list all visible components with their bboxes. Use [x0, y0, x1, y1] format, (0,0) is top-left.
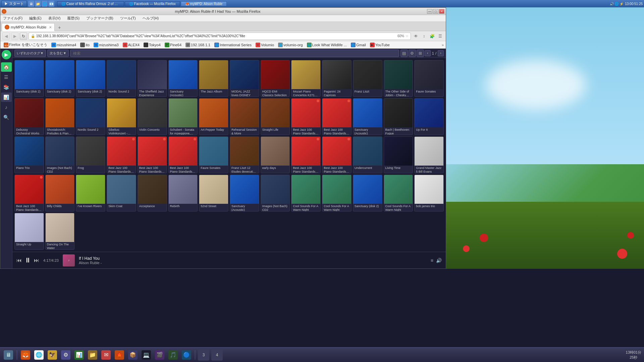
album-item[interactable]: Cool Sounds For A Warm Night [291, 175, 321, 212]
sidebar-item-charts[interactable]: 📊 [1, 93, 12, 102]
album-item[interactable]: Nordic Sound 2 [107, 60, 136, 97]
album-item[interactable]: I've Known Rivers [76, 175, 105, 212]
album-item[interactable]: Faure Sonates [414, 60, 444, 97]
next-page-button[interactable]: › [438, 50, 444, 56]
album-item[interactable]: The Other Side of Jobim - Chesky 1992 [384, 60, 413, 97]
bm-volumio-org[interactable]: 🌐 volumio-org [277, 42, 304, 48]
bm-pine64[interactable]: P Pine64 [163, 42, 183, 48]
sidebar-item-browse[interactable]: 📚 [1, 82, 12, 92]
album-item[interactable]: The Sheffield Jazz Experience [138, 60, 167, 97]
menu-edit[interactable]: 編集(E) [28, 15, 43, 21]
album-item[interactable]: 52nd Street [199, 175, 228, 212]
taskbar-app9-icon[interactable]: 📦 [127, 349, 139, 361]
taskbar-files-icon[interactable]: 📁 [87, 349, 98, 361]
album-item[interactable]: Best Jazz 100 Piano Standards Disc3_Cine… [138, 136, 167, 173]
start-button[interactable]: ▶ スタート [1, 1, 27, 7]
taskbar-terminal-icon[interactable]: 💻 [141, 349, 152, 361]
album-item[interactable]: Images (Not Bach) CD2 [45, 136, 75, 173]
active-tab[interactable]: myMPD: Alison Ruble ✕ [2, 23, 55, 31]
menu-history[interactable]: 履歴(S) [66, 15, 81, 21]
album-item[interactable]: Schubert - Sonata for Arpeggione, Schuma… [168, 98, 198, 135]
album-item[interactable]: Undercurrent [353, 136, 382, 173]
album-item[interactable]: Sanctuary (disk 2) [14, 60, 44, 97]
taskbar-num2-icon[interactable]: 4 [211, 349, 223, 361]
album-item[interactable]: Debussy Orchestral Works [14, 98, 44, 135]
taskbar-firefox-icon[interactable]: 🦊 [20, 349, 31, 361]
taskbar-leaf-icon[interactable]: 🍁 [114, 349, 125, 361]
star-icon[interactable]: ☆ [406, 34, 409, 38]
album-item[interactable]: Sanctuary (disk 2) [353, 175, 382, 212]
taskbar-settings-icon[interactable]: ⚙ [60, 349, 71, 361]
bookmarks-overflow[interactable]: » [442, 43, 444, 47]
album-item[interactable]: Straight Life [261, 98, 290, 135]
taskbar-video-icon[interactable]: 🎬 [154, 349, 165, 361]
album-item[interactable]: Bach | Beethoven: Fugue [384, 98, 413, 135]
new-tab-button[interactable]: + [56, 24, 63, 31]
menu-bookmarks[interactable]: ブックマーク(B) [85, 15, 115, 21]
settings-icon[interactable]: ⚙ [409, 50, 416, 57]
album-item[interactable]: Rebirth [168, 175, 198, 212]
album-item[interactable]: Paganini: 24 Caprices [322, 60, 352, 97]
album-item[interactable]: Living Time [384, 136, 413, 173]
prev-page-button[interactable]: ‹ [425, 50, 431, 56]
bm-mizushima4[interactable]: m mizushima4 [50, 42, 78, 48]
album-item[interactable]: Shostakovich: Preludes & Piano Sonatas [45, 98, 75, 135]
menu-view[interactable]: 表示(V) [47, 15, 62, 21]
album-item[interactable]: Grand Master Jazz 5 Bill Evans [414, 136, 444, 173]
album-item[interactable]: Up For It [414, 98, 444, 135]
bm-alex4[interactable]: A ALEX4 [121, 42, 141, 48]
album-item[interactable]: Best Jazz 100 Piano Standards Disc2_Rela… [291, 136, 321, 173]
quick-icon-3[interactable]: 🌐 [42, 1, 48, 7]
sidebar-item-search[interactable]: 🔍 [1, 113, 12, 122]
album-item[interactable]: Best Jazz 100 Piano Standards Disc3_Cine… [322, 136, 352, 173]
album-item[interactable]: Sanctuary (disk 2) [45, 60, 75, 97]
album-item[interactable]: Piano Trio [14, 136, 44, 173]
album-item[interactable]: Billy Childs [45, 175, 75, 212]
bm-mizushima3[interactable]: m mizushima3 [92, 42, 120, 48]
album-item[interactable]: HQCD EMI Classics Selection [261, 60, 290, 97]
hamburger-menu[interactable]: ☰ [436, 33, 444, 40]
bm-gmail[interactable]: 🌐 Gmail [350, 42, 367, 48]
tag-filter-button[interactable]: いずれかのタグ▼ [14, 50, 46, 57]
quick-icon-4[interactable]: 📧 [48, 1, 54, 7]
taskbar-window-mympd[interactable]: 🦊 myMPD: Alison Ruble [181, 1, 227, 6]
contains-filter-button[interactable]: 次を含む▼ [47, 50, 69, 57]
sidebar-item-queue[interactable]: ☰ [1, 72, 12, 82]
bm-ito[interactable]: i ito [79, 42, 91, 48]
equalizer-icon[interactable]: ≡ [431, 258, 433, 263]
bm-local-ip[interactable]: @ 192.168.1.1 [184, 42, 212, 48]
taskbar-window-facebook[interactable]: 🌐 Facebook — Mozilla Firefox [125, 1, 180, 6]
view-toggle-icon[interactable]: ▤ [400, 50, 408, 57]
album-item[interactable]: Images (Not Bach) CD2 [261, 175, 290, 212]
album-item[interactable]: Acceptance [138, 175, 167, 212]
album-item[interactable]: Sanctuary (Acoustic) [353, 98, 382, 135]
album-item[interactable]: Art Pepper Today [199, 98, 228, 135]
album-item[interactable]: Sibelius: Violinkonzert - Serenaden - Hu… [107, 98, 136, 135]
taskbar-desktop-icon[interactable]: 🖥 [3, 349, 14, 361]
album-item[interactable]: Best Jazz 100 Piano Standards Disc_6 Mod… [168, 136, 198, 173]
close-button[interactable]: ✕ [439, 9, 444, 14]
album-item[interactable]: Best Jazz 100 Piano Standards Disc3_Cine… [322, 98, 352, 135]
album-item[interactable]: Best Jazz 100 Piano Standards Disc3_Cine… [14, 175, 44, 212]
bm-volumio[interactable]: V Volumio [254, 42, 275, 48]
album-item[interactable]: Skim Coat [107, 175, 136, 212]
album-item[interactable]: Violin Concerto [138, 98, 167, 135]
taskbar-window-case[interactable]: 🌐 Case of Mrs Rafina Ormus .2 of Fraud E… [57, 1, 124, 6]
album-item[interactable]: The Jazz Album [199, 60, 228, 97]
back-button[interactable]: ◀ [2, 33, 10, 40]
album-item[interactable]: Rehearsal Session & More [230, 98, 259, 135]
bm-look-wildlife[interactable]: 🌐 Look What Wildlife ... [306, 42, 348, 48]
taskbar-eagle-icon[interactable]: 🦅 [47, 349, 58, 361]
taskbar-mail-icon[interactable]: ✉ [100, 349, 112, 361]
prev-track-button[interactable]: ⏮ [16, 257, 22, 263]
album-item[interactable]: Sanctuary (Acoustic) [168, 60, 198, 97]
taskbar-num1-icon[interactable]: 3 [198, 349, 209, 361]
forward-button[interactable]: ▶ [11, 33, 18, 40]
reload-button[interactable]: ↻ [20, 33, 27, 40]
album-item[interactable]: Frog [76, 136, 105, 173]
album-item[interactable]: early days [261, 136, 290, 173]
maximize-button[interactable]: □ [433, 9, 438, 14]
album-item[interactable]: Straight Up [14, 213, 44, 250]
album-item[interactable]: Cool Sounds For A Warm Night [322, 175, 352, 212]
album-item[interactable]: Franz Liszt 12 Etudes dexecution transce… [230, 136, 259, 173]
